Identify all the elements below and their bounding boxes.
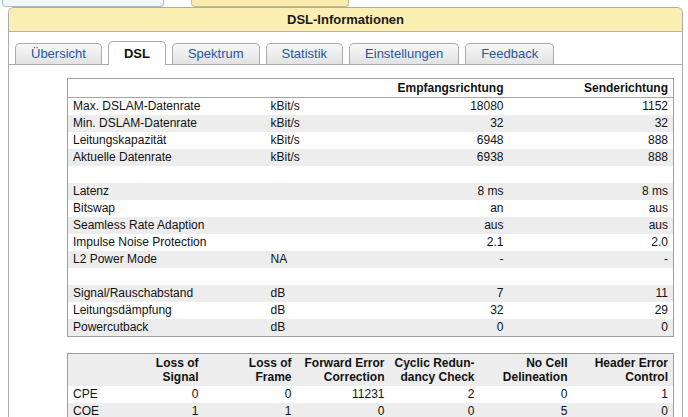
row-downstream-value: 6938: [336, 149, 509, 166]
tab-einstellungen[interactable]: Einstellungen: [349, 43, 459, 64]
row-downstream-value: 18080: [336, 98, 509, 116]
row-label: Leitungskapazität: [68, 132, 266, 149]
coe-forward-error-correction: 0: [297, 403, 390, 417]
row-upstream-value: 888: [509, 132, 674, 149]
row-unit: kBit/s: [266, 132, 336, 149]
row-label: CPE: [68, 386, 133, 403]
row-upstream-value: aus: [509, 200, 674, 217]
row-unit: [266, 183, 336, 200]
row-unit: dB: [266, 285, 336, 302]
row-unit: dB: [266, 319, 336, 337]
row-downstream-value: 32: [336, 302, 509, 319]
row-unit: kBit/s: [266, 149, 336, 166]
row-unit: dB: [266, 302, 336, 319]
row-unit: [266, 200, 336, 217]
spacer-cell: [68, 166, 674, 183]
cpe-header-error-control: 1: [573, 386, 674, 403]
row-downstream-value: aus: [336, 217, 509, 234]
coe-loss-of-signal: 1: [133, 403, 204, 417]
coe-cyclic-redundancy-check: 0: [390, 403, 480, 417]
table-row: Signal/Rauschabstand dB 7 11: [68, 285, 674, 302]
row-upstream-value: 888: [509, 149, 674, 166]
row-label: Signal/Rauschabstand: [68, 285, 266, 302]
row-label: Leitungsdämpfung: [68, 302, 266, 319]
row-label: Max. DSLAM-Datenrate: [68, 98, 266, 116]
row-unit: [266, 234, 336, 251]
empty-header-cell: [68, 79, 266, 98]
row-upstream-value: 1152: [509, 98, 674, 116]
tab-spektrum[interactable]: Spektrum: [172, 43, 260, 64]
column-header-header-error-control: Header Error Control: [573, 354, 674, 387]
column-header-loss-of-signal: Loss of Signal: [133, 354, 204, 387]
row-label: Impulse Noise Protection: [68, 234, 266, 251]
spacer-row: [68, 166, 674, 183]
coe-no-cell-delineation: 5: [480, 403, 573, 417]
row-label: L2 Power Mode: [68, 251, 266, 268]
row-label: COE: [68, 403, 133, 417]
empty-header-cell: [68, 354, 133, 387]
table-header-row: Empfangsrichtung Senderichtung: [68, 79, 674, 98]
table-row: Aktuelle Datenrate kBit/s 6938 888: [68, 149, 674, 166]
row-downstream-value: -: [336, 251, 509, 268]
row-upstream-value: -: [509, 251, 674, 268]
table-row: Latenz 8 ms 8 ms: [68, 183, 674, 200]
table-row: Leitungsdämpfung dB 32 29: [68, 302, 674, 319]
cropped-button-fragment: [2, 0, 164, 7]
row-label: Bitswap: [68, 200, 266, 217]
cropped-yellow-button-fragment: [191, 0, 349, 7]
column-header-forward-error-correction: Forward Error Correction: [297, 354, 390, 387]
row-unit: kBit/s: [266, 115, 336, 132]
table-header-row: Loss of Signal Loss of Frame Forward Err…: [68, 354, 674, 387]
row-label: Latenz: [68, 183, 266, 200]
column-header-loss-of-frame: Loss of Frame: [204, 354, 297, 387]
cpe-no-cell-delineation: 0: [480, 386, 573, 403]
tab-feedback[interactable]: Feedback: [465, 43, 554, 64]
row-downstream-value: an: [336, 200, 509, 217]
table-row: Powercutback dB 0 0: [68, 319, 674, 337]
table-row-cpe: CPE 0 0 11231 2 0 1: [68, 386, 674, 403]
tab-uebersicht[interactable]: Übersicht: [15, 43, 102, 64]
table-row: Max. DSLAM-Datenrate kBit/s 18080 1152: [68, 98, 674, 116]
row-downstream-value: 7: [336, 285, 509, 302]
table-row: Leitungskapazität kBit/s 6948 888: [68, 132, 674, 149]
table-row: L2 Power Mode NA - -: [68, 251, 674, 268]
table-row-coe: COE 1 1 0 0 5 0: [68, 403, 674, 417]
row-upstream-value: 0: [509, 319, 674, 337]
table-row: Min. DSLAM-Datenrate kBit/s 32 32: [68, 115, 674, 132]
row-label: Min. DSLAM-Datenrate: [68, 115, 266, 132]
row-unit: NA: [266, 251, 336, 268]
table-row: Impulse Noise Protection 2.1 2.0: [68, 234, 674, 251]
cpe-cyclic-redundancy-check: 2: [390, 386, 480, 403]
row-upstream-value: 11: [509, 285, 674, 302]
row-downstream-value: 2.1: [336, 234, 509, 251]
table-row: Bitswap an aus: [68, 200, 674, 217]
row-label: Powercutback: [68, 319, 266, 337]
row-unit: kBit/s: [266, 98, 336, 116]
row-upstream-value: 32: [509, 115, 674, 132]
row-upstream-value: aus: [509, 217, 674, 234]
row-upstream-value: 29: [509, 302, 674, 319]
tab-dsl[interactable]: DSL: [108, 41, 166, 65]
column-header-upstream: Senderichtung: [509, 79, 674, 98]
table-row: Seamless Rate Adaption aus aus: [68, 217, 674, 234]
dsl-information-panel: DSL-Informationen Übersicht DSL Spektrum…: [8, 7, 683, 417]
page-title: DSL-Informationen: [9, 8, 682, 32]
cpe-forward-error-correction: 11231: [297, 386, 390, 403]
row-upstream-value: 8 ms: [509, 183, 674, 200]
cpe-loss-of-frame: 0: [204, 386, 297, 403]
tab-bar: Übersicht DSL Spektrum Statistik Einstel…: [9, 41, 682, 65]
row-label: Aktuelle Datenrate: [68, 149, 266, 166]
tab-statistik[interactable]: Statistik: [266, 43, 344, 64]
coe-loss-of-frame: 1: [204, 403, 297, 417]
spacer-cell: [68, 268, 674, 285]
row-downstream-value: 6948: [336, 132, 509, 149]
row-downstream-value: 8 ms: [336, 183, 509, 200]
column-header-cyclic-redundancy-check: Cyclic Redun- dancy Check: [390, 354, 480, 387]
tab-content-dsl: Empfangsrichtung Senderichtung Max. DSLA…: [9, 65, 682, 417]
error-counters-table: Loss of Signal Loss of Frame Forward Err…: [67, 353, 674, 417]
cpe-loss-of-signal: 0: [133, 386, 204, 403]
column-header-no-cell-delineation: No Cell Delineation: [480, 354, 573, 387]
spacer-row: [68, 268, 674, 285]
column-header-downstream: Empfangsrichtung: [336, 79, 509, 98]
empty-header-cell: [266, 79, 336, 98]
